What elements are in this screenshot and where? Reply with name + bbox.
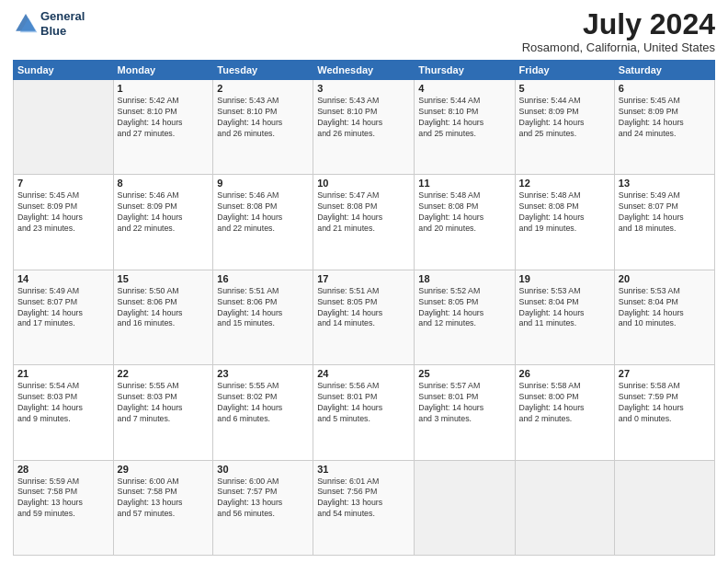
day-number: 27 — [619, 368, 711, 379]
day-number: 11 — [418, 178, 510, 189]
day-cell — [614, 460, 714, 555]
day-cell — [415, 460, 515, 555]
logo-text: General Blue — [40, 9, 85, 38]
header: General Blue July 2024 Rosamond, Califor… — [13, 9, 715, 54]
day-cell: 9Sunrise: 5:46 AM Sunset: 8:08 PM Daylig… — [213, 175, 313, 270]
day-cell: 26Sunrise: 5:58 AM Sunset: 8:00 PM Dayli… — [515, 365, 614, 460]
day-info: Sunrise: 5:48 AM Sunset: 8:08 PM Dayligh… — [519, 190, 610, 235]
day-number: 15 — [118, 273, 210, 284]
day-number: 9 — [217, 178, 309, 189]
day-info: Sunrise: 5:52 AM Sunset: 8:05 PM Dayligh… — [418, 286, 510, 330]
weekday-header-saturday: Saturday — [614, 61, 714, 80]
day-cell: 3Sunrise: 5:43 AM Sunset: 8:10 PM Daylig… — [313, 80, 415, 175]
day-cell: 7Sunrise: 5:45 AM Sunset: 8:09 PM Daylig… — [14, 175, 114, 270]
day-number: 2 — [217, 83, 309, 94]
location: Rosamond, California, United States — [522, 40, 715, 54]
day-number: 10 — [317, 178, 410, 189]
week-row-4: 21Sunrise: 5:54 AM Sunset: 8:03 PM Dayli… — [14, 365, 715, 460]
day-cell: 23Sunrise: 5:55 AM Sunset: 8:02 PM Dayli… — [213, 365, 313, 460]
day-info: Sunrise: 5:49 AM Sunset: 8:07 PM Dayligh… — [17, 286, 109, 330]
logo-line2: Blue — [40, 24, 85, 39]
day-number: 7 — [17, 178, 109, 189]
day-info: Sunrise: 5:58 AM Sunset: 8:00 PM Dayligh… — [519, 381, 610, 425]
day-cell: 25Sunrise: 5:57 AM Sunset: 8:01 PM Dayli… — [415, 365, 515, 460]
day-cell: 8Sunrise: 5:46 AM Sunset: 8:09 PM Daylig… — [113, 175, 213, 270]
day-cell: 30Sunrise: 6:00 AM Sunset: 7:57 PM Dayli… — [213, 460, 313, 555]
week-row-2: 7Sunrise: 5:45 AM Sunset: 8:09 PM Daylig… — [14, 175, 715, 270]
day-cell: 28Sunrise: 5:59 AM Sunset: 7:58 PM Dayli… — [14, 460, 114, 555]
week-row-3: 14Sunrise: 5:49 AM Sunset: 8:07 PM Dayli… — [14, 270, 715, 364]
day-number: 31 — [317, 464, 410, 475]
day-cell: 18Sunrise: 5:52 AM Sunset: 8:05 PM Dayli… — [415, 270, 515, 364]
day-cell: 1Sunrise: 5:42 AM Sunset: 8:10 PM Daylig… — [113, 80, 213, 175]
day-cell: 12Sunrise: 5:48 AM Sunset: 8:08 PM Dayli… — [515, 175, 614, 270]
day-info: Sunrise: 5:42 AM Sunset: 8:10 PM Dayligh… — [118, 96, 210, 140]
day-number: 23 — [217, 368, 309, 379]
day-number: 18 — [418, 273, 510, 284]
week-row-5: 28Sunrise: 5:59 AM Sunset: 7:58 PM Dayli… — [14, 460, 715, 555]
day-number: 22 — [118, 368, 210, 379]
day-number: 3 — [317, 83, 410, 94]
day-cell: 29Sunrise: 6:00 AM Sunset: 7:58 PM Dayli… — [113, 460, 213, 555]
day-number: 29 — [118, 464, 210, 475]
day-info: Sunrise: 5:55 AM Sunset: 8:03 PM Dayligh… — [118, 381, 210, 425]
weekday-header-sunday: Sunday — [14, 61, 114, 80]
day-info: Sunrise: 6:00 AM Sunset: 7:58 PM Dayligh… — [118, 477, 210, 521]
day-number: 14 — [17, 273, 109, 284]
day-cell: 11Sunrise: 5:48 AM Sunset: 8:08 PM Dayli… — [415, 175, 515, 270]
day-number: 13 — [619, 178, 711, 189]
day-cell — [14, 80, 114, 175]
day-number: 19 — [519, 273, 610, 284]
day-cell: 10Sunrise: 5:47 AM Sunset: 8:08 PM Dayli… — [313, 175, 415, 270]
day-info: Sunrise: 5:49 AM Sunset: 8:07 PM Dayligh… — [619, 190, 711, 235]
day-cell: 27Sunrise: 5:58 AM Sunset: 7:59 PM Dayli… — [614, 365, 714, 460]
day-info: Sunrise: 5:46 AM Sunset: 8:09 PM Dayligh… — [118, 190, 210, 235]
day-number: 21 — [17, 368, 109, 379]
logo: General Blue — [13, 9, 85, 38]
day-number: 28 — [17, 464, 109, 475]
day-number: 17 — [317, 273, 410, 284]
day-info: Sunrise: 6:00 AM Sunset: 7:57 PM Dayligh… — [217, 477, 309, 521]
day-info: Sunrise: 5:44 AM Sunset: 8:10 PM Dayligh… — [418, 96, 510, 140]
day-info: Sunrise: 5:46 AM Sunset: 8:08 PM Dayligh… — [217, 190, 309, 235]
week-row-1: 1Sunrise: 5:42 AM Sunset: 8:10 PM Daylig… — [14, 80, 715, 175]
day-cell: 4Sunrise: 5:44 AM Sunset: 8:10 PM Daylig… — [415, 80, 515, 175]
logo-line1: General — [40, 9, 85, 24]
day-info: Sunrise: 5:51 AM Sunset: 8:06 PM Dayligh… — [217, 286, 309, 330]
weekday-header-friday: Friday — [515, 61, 614, 80]
day-info: Sunrise: 6:01 AM Sunset: 7:56 PM Dayligh… — [317, 477, 410, 521]
day-info: Sunrise: 5:45 AM Sunset: 8:09 PM Dayligh… — [619, 96, 711, 140]
day-cell: 20Sunrise: 5:53 AM Sunset: 8:04 PM Dayli… — [614, 270, 714, 364]
calendar-header: SundayMondayTuesdayWednesdayThursdayFrid… — [14, 61, 715, 80]
weekday-header-row: SundayMondayTuesdayWednesdayThursdayFrid… — [14, 61, 715, 80]
day-cell: 5Sunrise: 5:44 AM Sunset: 8:09 PM Daylig… — [515, 80, 614, 175]
day-cell: 6Sunrise: 5:45 AM Sunset: 8:09 PM Daylig… — [614, 80, 714, 175]
weekday-header-monday: Monday — [113, 61, 213, 80]
month-year: July 2024 — [522, 9, 715, 39]
day-info: Sunrise: 5:57 AM Sunset: 8:01 PM Dayligh… — [418, 381, 510, 425]
day-cell: 24Sunrise: 5:56 AM Sunset: 8:01 PM Dayli… — [313, 365, 415, 460]
day-cell: 22Sunrise: 5:55 AM Sunset: 8:03 PM Dayli… — [113, 365, 213, 460]
day-info: Sunrise: 5:59 AM Sunset: 7:58 PM Dayligh… — [17, 477, 109, 521]
day-info: Sunrise: 5:43 AM Sunset: 8:10 PM Dayligh… — [217, 96, 309, 140]
day-info: Sunrise: 5:55 AM Sunset: 8:02 PM Dayligh… — [217, 381, 309, 425]
day-info: Sunrise: 5:44 AM Sunset: 8:09 PM Dayligh… — [519, 96, 610, 140]
day-cell: 15Sunrise: 5:50 AM Sunset: 8:06 PM Dayli… — [113, 270, 213, 364]
day-cell: 2Sunrise: 5:43 AM Sunset: 8:10 PM Daylig… — [213, 80, 313, 175]
day-info: Sunrise: 5:53 AM Sunset: 8:04 PM Dayligh… — [519, 286, 610, 330]
day-info: Sunrise: 5:51 AM Sunset: 8:05 PM Dayligh… — [317, 286, 410, 330]
calendar-table: SundayMondayTuesdayWednesdayThursdayFrid… — [13, 60, 715, 556]
day-info: Sunrise: 5:50 AM Sunset: 8:06 PM Dayligh… — [118, 286, 210, 330]
day-info: Sunrise: 5:45 AM Sunset: 8:09 PM Dayligh… — [17, 190, 109, 235]
weekday-header-tuesday: Tuesday — [213, 61, 313, 80]
day-number: 8 — [118, 178, 210, 189]
day-info: Sunrise: 5:47 AM Sunset: 8:08 PM Dayligh… — [317, 190, 410, 235]
day-cell: 16Sunrise: 5:51 AM Sunset: 8:06 PM Dayli… — [213, 270, 313, 364]
day-number: 20 — [619, 273, 711, 284]
day-number: 5 — [519, 83, 610, 94]
day-number: 24 — [317, 368, 410, 379]
day-info: Sunrise: 5:48 AM Sunset: 8:08 PM Dayligh… — [418, 190, 510, 235]
day-number: 12 — [519, 178, 610, 189]
day-number: 25 — [418, 368, 510, 379]
calendar-body: 1Sunrise: 5:42 AM Sunset: 8:10 PM Daylig… — [14, 80, 715, 556]
